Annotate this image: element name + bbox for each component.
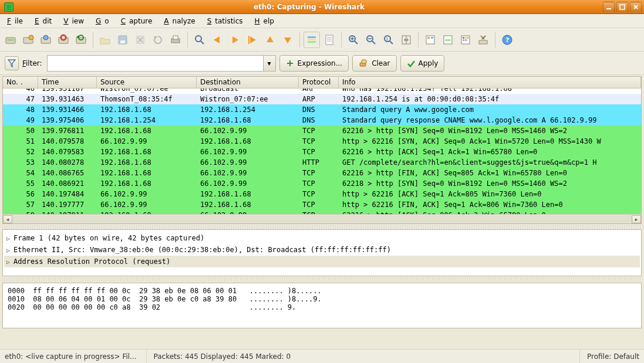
status-interface: eth0: <live capture in progress> Fil... [5, 350, 137, 363]
minimize-button[interactable] [603, 2, 615, 12]
help-icon[interactable]: ? [499, 32, 515, 48]
close-button[interactable] [630, 2, 642, 12]
svg-text:?: ? [505, 36, 509, 44]
expand-icon[interactable]: ▷ [5, 259, 11, 265]
scroll-right-icon[interactable]: ▸ [632, 215, 641, 223]
reload-icon[interactable] [150, 32, 166, 48]
splitter-top[interactable] [2, 225, 642, 229]
svg-rect-34 [326, 35, 333, 45]
resize-columns-icon[interactable] [398, 32, 414, 48]
svg-rect-59 [465, 37, 467, 39]
table-row[interactable]: 47139.931463ThomsonT_08:35:4fWistron_07:… [3, 94, 641, 104]
svg-marker-68 [8, 60, 15, 67]
svg-marker-30 [284, 38, 291, 43]
preferences-icon[interactable] [475, 32, 491, 48]
table-row[interactable]: 55140.086921192.168.1.6866.102.9.99TCP62… [3, 178, 641, 189]
menu-statistics[interactable]: Statistics [204, 16, 250, 26]
expand-icon[interactable]: ▷ [5, 247, 11, 253]
go-forward-icon[interactable] [227, 32, 243, 48]
svg-rect-0 [606, 8, 611, 9]
table-row[interactable]: 50139.976811192.168.1.6866.102.9.99TCP62… [3, 125, 641, 136]
svg-rect-1 [620, 5, 625, 9]
svg-point-23 [195, 36, 201, 42]
tree-item-arp[interactable]: ▷Address Resolution Protocol (request) [4, 256, 640, 267]
menu-bar: File Edit View Go Capture Analyze Statis… [0, 14, 644, 28]
go-back-icon[interactable] [209, 32, 225, 48]
svg-rect-16 [120, 40, 125, 43]
status-profile: Profile: Default [579, 350, 639, 363]
print-icon[interactable] [167, 32, 184, 48]
menu-analyze[interactable]: Analyze [160, 16, 202, 26]
stop-capture-icon[interactable] [55, 32, 72, 48]
col-header-time[interactable]: Time [38, 77, 97, 88]
go-first-icon[interactable] [262, 32, 278, 48]
splitter-bottom[interactable] [2, 277, 642, 281]
table-row[interactable]: 57140.19777766.102.9.99192.168.1.68TCPht… [3, 199, 641, 210]
col-header-destination[interactable]: Destination [197, 77, 299, 88]
auto-scroll-icon[interactable] [321, 32, 338, 48]
display-filters-icon[interactable] [440, 32, 456, 48]
filter-dropdown-icon[interactable]: ▾ [263, 55, 276, 72]
close-file-icon[interactable] [132, 32, 149, 48]
coloring-rules-icon[interactable] [457, 32, 474, 48]
colorize-icon[interactable] [304, 32, 320, 48]
table-row[interactable]: 51140.07957866.102.9.99192.168.1.68TCPht… [3, 136, 641, 147]
menu-go[interactable]: Go [92, 16, 116, 26]
table-row[interactable]: 53140.080278192.168.1.6866.102.9.99HTTPG… [3, 157, 641, 168]
filter-input[interactable] [47, 55, 263, 72]
col-header-no[interactable]: No. . [3, 77, 38, 88]
menu-help[interactable]: Help [251, 16, 281, 26]
svg-rect-56 [445, 39, 451, 41]
menu-file[interactable]: File [4, 16, 30, 26]
zoom-in-icon[interactable] [345, 32, 362, 48]
table-row[interactable]: 49139.975406192.168.1.254192.168.1.68DNS… [3, 115, 641, 125]
tree-item-frame[interactable]: ▷Frame 1 (42 bytes on wire, 42 bytes cap… [4, 232, 640, 244]
col-header-protocol[interactable]: Protocol [299, 77, 339, 88]
svg-text:1: 1 [386, 37, 388, 42]
table-row[interactable]: 46139.931187Wistron_07:07:eeBroadcastARP… [3, 89, 641, 94]
tree-item-ethernet[interactable]: ▷Ethernet II, Src: Vmware_38:eb:0e (00:0… [4, 244, 640, 256]
find-icon[interactable] [191, 32, 208, 48]
apply-button[interactable]: Apply [400, 55, 445, 72]
packet-list-body[interactable]: 46139.931187Wistron_07:07:eeBroadcastARP… [3, 89, 641, 214]
expand-icon[interactable]: ▷ [5, 235, 11, 242]
table-row[interactable]: 52140.079583192.168.1.6866.102.9.99TCP62… [3, 147, 641, 157]
table-row[interactable]: 58140.197811192.168.1.6866.102.9.99TCP62… [3, 210, 641, 214]
svg-rect-33 [308, 41, 316, 43]
packet-bytes[interactable]: 0000 ff ff ff ff ff ff 00 0c 29 38 eb 0e… [2, 283, 642, 328]
table-row[interactable]: 54140.086765192.168.1.6866.102.9.99TCP62… [3, 168, 641, 178]
col-header-source[interactable]: Source [97, 77, 197, 88]
maximize-button[interactable] [616, 2, 628, 12]
packet-list: No. . Time Source Destination Protocol I… [2, 76, 642, 224]
options-icon[interactable] [20, 32, 36, 48]
svg-rect-61 [463, 39, 464, 41]
expression-button[interactable]: Expression... [279, 55, 349, 72]
restart-capture-icon[interactable] [73, 32, 89, 48]
table-row[interactable]: 48139.931466192.168.1.68192.168.1.254DNS… [3, 104, 641, 115]
go-last-icon[interactable] [279, 32, 296, 48]
menu-view[interactable]: View [60, 16, 91, 26]
menu-edit[interactable]: Edit [31, 16, 59, 26]
start-capture-icon[interactable] [38, 32, 54, 48]
open-icon[interactable] [97, 32, 113, 48]
interfaces-icon[interactable] [2, 32, 19, 48]
svg-marker-51 [407, 38, 409, 42]
menu-capture[interactable]: Capture [117, 16, 160, 26]
clear-button[interactable]: Clear [352, 55, 396, 72]
col-header-info[interactable]: Info [339, 77, 641, 88]
save-icon[interactable] [114, 32, 131, 48]
svg-marker-29 [267, 36, 274, 42]
filter-button-icon[interactable] [5, 56, 19, 70]
svg-rect-63 [479, 40, 487, 44]
zoom-out-icon[interactable] [363, 32, 379, 48]
status-bar: eth0: <live capture in progress> Fil... … [0, 349, 644, 363]
capture-filters-icon[interactable] [422, 32, 439, 48]
go-to-packet-icon[interactable] [244, 32, 261, 48]
zoom-reset-icon[interactable]: 1 [380, 32, 397, 48]
table-row[interactable]: 56140.19748466.102.9.99192.168.1.68TCPht… [3, 189, 641, 199]
svg-rect-72 [362, 60, 366, 63]
scroll-left-icon[interactable]: ◂ [3, 215, 12, 223]
svg-rect-12 [62, 36, 65, 39]
packet-list-hscrollbar[interactable]: ◂ ▸ [3, 214, 641, 223]
packet-details[interactable]: ▷Frame 1 (42 bytes on wire, 42 bytes cap… [2, 229, 642, 276]
